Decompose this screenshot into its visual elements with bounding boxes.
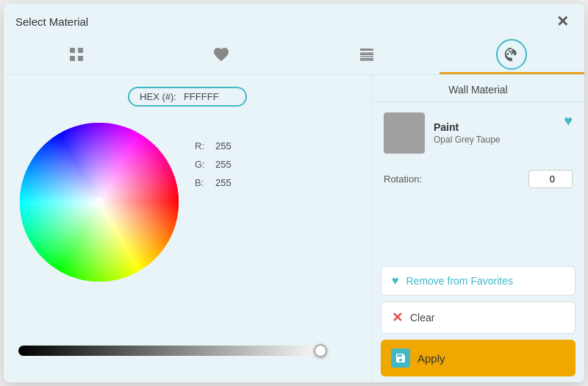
list-icon xyxy=(358,46,376,63)
heart-icon xyxy=(212,46,230,63)
rotation-input[interactable] xyxy=(528,170,573,188)
hex-label: HEX (#): xyxy=(140,91,176,102)
dialog-title: Select Material xyxy=(15,15,88,28)
grid-icon xyxy=(68,46,85,63)
action-buttons: ♥ Remove from Favorites ✕ Clear Apply xyxy=(372,260,584,382)
remove-fav-heart-icon: ♥ xyxy=(392,274,399,287)
apply-button[interactable]: Apply xyxy=(381,340,576,376)
r-row: R: 255 xyxy=(195,140,241,151)
hex-row: HEX (#): xyxy=(128,87,247,107)
svg-point-14 xyxy=(512,50,514,52)
select-material-dialog: Select Material ✕ xyxy=(4,4,584,382)
b-label: B: xyxy=(195,177,209,188)
r-value: 255 xyxy=(215,140,241,151)
material-info: Paint Opal Grey Taupe ♥ xyxy=(372,102,584,164)
tab-color-picker[interactable] xyxy=(440,36,585,74)
svg-rect-0 xyxy=(70,48,75,53)
clear-label: Clear xyxy=(410,312,434,324)
material-text: Paint Opal Grey Taupe xyxy=(434,121,501,145)
close-button[interactable]: ✕ xyxy=(552,11,573,32)
wall-material-header: Wall Material xyxy=(372,75,584,102)
hex-input[interactable] xyxy=(184,91,235,102)
right-panel: Wall Material Paint Opal Grey Taupe ♥ Ro… xyxy=(371,75,584,382)
material-subtitle: Opal Grey Taupe xyxy=(434,135,501,145)
brightness-slider[interactable] xyxy=(18,346,327,356)
tab-list[interactable] xyxy=(294,36,440,74)
main-content: HEX (#): R: 255 G: 255 xyxy=(4,75,584,382)
clear-x-icon: ✕ xyxy=(392,310,403,326)
svg-point-12 xyxy=(507,53,509,55)
svg-rect-6 xyxy=(360,58,373,60)
b-row: B: 255 xyxy=(195,177,241,188)
svg-rect-5 xyxy=(360,54,373,55)
svg-rect-2 xyxy=(70,56,75,61)
favorite-heart-icon[interactable]: ♥ xyxy=(564,112,573,129)
svg-rect-1 xyxy=(78,48,83,53)
rotation-label: Rotation: xyxy=(384,174,521,185)
r-label: R: xyxy=(195,140,209,151)
material-thumbnail xyxy=(384,112,425,154)
apply-save-icon xyxy=(391,349,410,368)
rotation-row: Rotation: xyxy=(372,164,584,194)
material-name: Paint xyxy=(434,121,501,133)
tabs-row xyxy=(4,36,584,75)
b-value: 255 xyxy=(215,177,241,188)
color-wheel[interactable] xyxy=(18,121,180,283)
rgb-values: R: 255 G: 255 B: 255 xyxy=(195,140,241,283)
tab-color-picker-circle xyxy=(496,39,527,70)
color-wheel-container[interactable] xyxy=(18,121,180,283)
dialog-header: Select Material ✕ xyxy=(4,4,584,36)
g-value: 255 xyxy=(215,159,241,170)
palette-icon xyxy=(503,46,520,62)
remove-fav-label: Remove from Favorites xyxy=(406,275,513,287)
slider-row xyxy=(18,346,356,371)
apply-label: Apply xyxy=(417,352,445,365)
clear-button[interactable]: ✕ Clear xyxy=(381,301,576,334)
color-section: R: 255 G: 255 B: 255 xyxy=(18,118,356,283)
g-label: G: xyxy=(195,159,209,170)
svg-rect-3 xyxy=(78,56,83,61)
left-panel: HEX (#): R: 255 G: 255 xyxy=(4,75,371,382)
remove-from-favorites-button[interactable]: ♥ Remove from Favorites xyxy=(381,266,576,296)
svg-point-13 xyxy=(509,50,512,52)
g-row: G: 255 xyxy=(195,159,241,170)
tab-favorites[interactable] xyxy=(149,36,295,74)
tab-grid[interactable] xyxy=(4,36,149,74)
svg-point-15 xyxy=(514,53,517,55)
